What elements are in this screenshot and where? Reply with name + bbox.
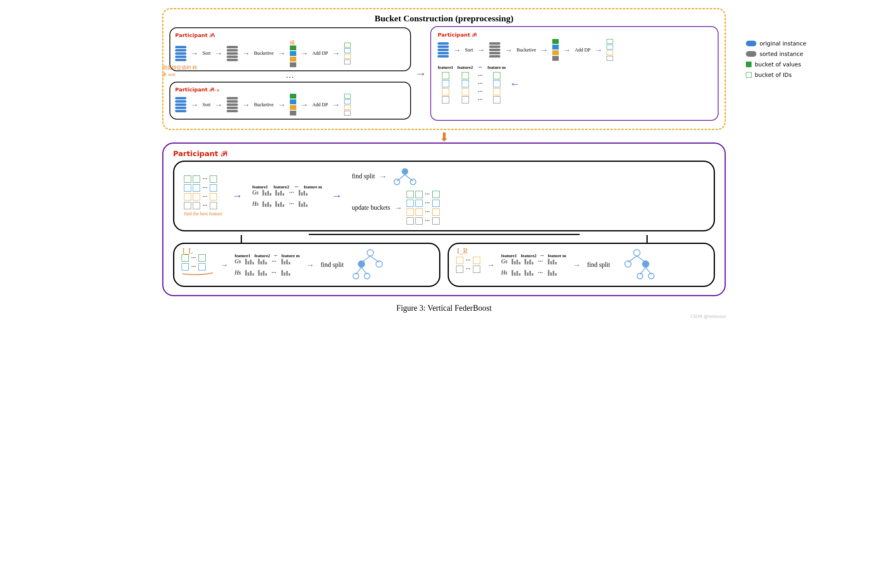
- arrow-icon: →: [215, 100, 223, 109]
- bucket-grid: ··· ··· ··· ··· find the best feature: [184, 175, 223, 217]
- arrow-icon: →: [232, 190, 243, 202]
- arrow-icon: →: [332, 100, 340, 109]
- svg-line-2: [405, 175, 413, 181]
- svg-point-18: [642, 260, 649, 268]
- bucketize-label: Bucketive: [516, 47, 536, 53]
- arrow-icon: →: [453, 45, 461, 55]
- left-child-box: I_L ··· ··· → feature1feature2···feature…: [173, 243, 440, 287]
- featurem-header: feature m: [304, 184, 322, 189]
- sorted-instances: [227, 97, 238, 112]
- root-node-box: ··· ··· ··· ··· find the best feature → …: [173, 161, 715, 231]
- id-buckets: [607, 39, 613, 61]
- histogram-icon: [262, 190, 271, 196]
- svg-point-3: [394, 179, 400, 185]
- arrow-icon: →: [300, 100, 308, 109]
- arrow-icon: →: [595, 45, 603, 55]
- vdots-icon: ⋮: [289, 72, 291, 80]
- svg-point-8: [358, 260, 365, 268]
- svg-point-4: [410, 179, 416, 185]
- histogram-icon: [262, 201, 271, 207]
- legend: original instance sorted instance bucket…: [746, 40, 806, 78]
- participant-pl-label: Participant 𝒫ₗ: [438, 32, 477, 38]
- left-bucket-grid: ··· ···: [182, 254, 214, 275]
- figure-caption: Figure 3: Vertical FederBoost: [162, 303, 726, 313]
- arrow-icon: →: [487, 260, 495, 270]
- participant-pl-box: Participant 𝒫ₗ → Sort → → Bucketive → → …: [430, 26, 719, 121]
- svg-point-9: [376, 261, 382, 267]
- ir-label: I_R: [457, 247, 468, 256]
- arrow-icon: →: [540, 45, 548, 55]
- arrow-icon: →: [278, 49, 286, 58]
- arrow-icon: →: [220, 260, 228, 270]
- tree-left-icon: [350, 249, 390, 281]
- arrow-icon: ←: [510, 78, 520, 90]
- hs-label: Hs: [235, 270, 241, 276]
- arrow-icon: →: [190, 100, 198, 109]
- dots: ···: [541, 253, 544, 258]
- arrow-icon: →: [572, 260, 580, 270]
- tree-icon: [391, 167, 419, 185]
- il-label: I_L: [182, 247, 193, 256]
- bucketize-label: Bucketive: [254, 50, 274, 56]
- legend-bucket-values-icon: [746, 62, 752, 67]
- best-feature-note: find the best feature: [184, 211, 223, 217]
- add-dp-label: Add DP: [575, 47, 591, 53]
- arrow-icon: →: [477, 45, 485, 55]
- dots: ···: [479, 65, 482, 70]
- arrow-icon: →: [504, 45, 512, 55]
- find-split-label: find split: [320, 261, 343, 268]
- value-buckets: [552, 39, 559, 61]
- feature1-header: feature1: [501, 253, 517, 258]
- participant-p1-box: Participant 𝒫₁ 很据特征值时 样本 sort → Sort → →…: [169, 27, 411, 71]
- sort-label: Sort: [202, 102, 211, 108]
- feature1-header: feature1: [438, 65, 453, 70]
- sort-label: Sort: [465, 47, 473, 53]
- legend-sorted-icon: [746, 51, 756, 57]
- original-instances: [175, 97, 186, 112]
- bucket-construction-panel: Bucket Construction (preprocessing) Part…: [162, 8, 726, 130]
- feature2-header: feature2: [521, 253, 537, 258]
- hs-label: Hs: [252, 201, 259, 207]
- value-buckets: 桶: [290, 39, 296, 67]
- participant-plm1-box: Participant 𝒫ₗ₋₁ → Sort → → Bucketive → …: [169, 82, 411, 120]
- value-buckets: [290, 94, 296, 116]
- arrow-icon: →: [242, 100, 250, 109]
- participant-pl-root-label: Participant 𝒫ₗ: [173, 149, 715, 158]
- feature2-header: feature2: [254, 253, 270, 258]
- legend-original: original instance: [760, 40, 806, 47]
- svg-line-1: [397, 175, 405, 181]
- legend-sorted: sorted instance: [760, 51, 803, 57]
- feature2-header: feature2: [457, 65, 473, 70]
- right-bucket-grid: ··· ···: [456, 257, 480, 273]
- sorted-instances: [227, 46, 238, 61]
- id-buckets: [344, 94, 351, 116]
- sort-label: Sort: [202, 50, 211, 56]
- panel-title: Bucket Construction (preprocessing): [169, 13, 719, 24]
- svg-point-0: [402, 168, 408, 175]
- find-split-label: find split: [587, 261, 610, 268]
- participant-p1-label: Participant 𝒫₁: [175, 32, 215, 38]
- dots: ···: [295, 184, 298, 189]
- svg-point-14: [634, 250, 640, 256]
- arrow-icon: →: [215, 49, 223, 58]
- updated-bucket-grid: ··· ··· ··· ···: [407, 191, 440, 225]
- featurem-header: feature m: [281, 253, 299, 258]
- arrow-icon: →: [394, 203, 403, 213]
- original-instances: 很据特征值时 样本 sort: [175, 46, 186, 61]
- gs-label: Gs: [252, 190, 259, 196]
- featurem-header: feature m: [548, 253, 566, 258]
- arrow-icon: →: [300, 49, 308, 58]
- histogram-grid: Gs··· Hs···: [252, 189, 322, 208]
- add-dp-label: Add DP: [312, 50, 328, 56]
- legend-original-icon: [746, 41, 756, 46]
- feature1-header: feature1: [235, 253, 250, 258]
- arrow-icon: →: [242, 49, 250, 58]
- underline-icon: [182, 272, 214, 275]
- featurem-header: feature m: [487, 65, 506, 70]
- right-child-box: I_R ··· ··· → feature1feature2···feature…: [448, 243, 715, 287]
- participant-plm1-label: Participant 𝒫ₗ₋₁: [175, 87, 219, 93]
- arrow-icon: →: [379, 172, 387, 181]
- sorted-instances: [489, 42, 500, 58]
- feature-id-table: feature1 feature2 ··············· featur…: [438, 65, 711, 103]
- tree-build-panel: Participant 𝒫ₗ ··· ··· ··· ··· find the …: [162, 142, 726, 296]
